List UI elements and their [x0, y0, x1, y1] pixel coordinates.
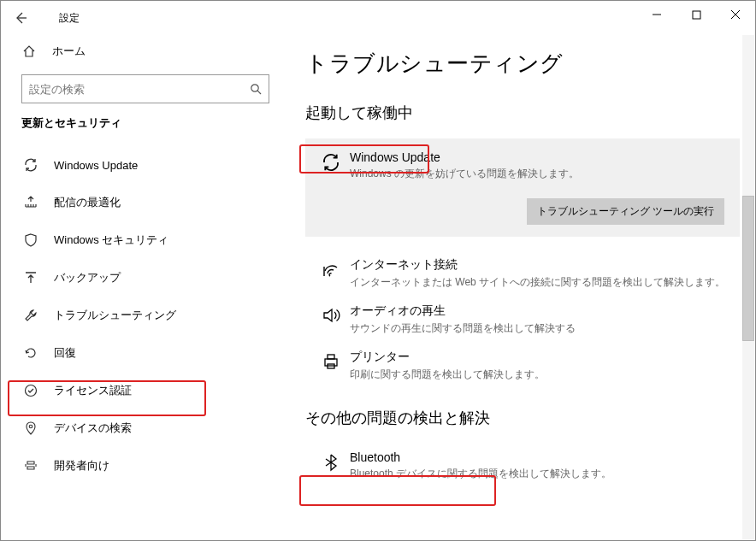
home-icon [20, 44, 38, 58]
item-desc: Bluetooth デバイスに関する問題を検出して解決します。 [350, 466, 740, 481]
sidebar-item-find-device[interactable]: デバイスの検索 [20, 409, 266, 447]
speaker-icon [312, 303, 350, 336]
nav-label: 開発者向け [54, 458, 109, 473]
maximize-button[interactable] [676, 1, 716, 28]
item-title: インターネット接続 [350, 257, 740, 273]
svg-point-2 [26, 385, 37, 397]
window-title: 設定 [59, 11, 80, 26]
section-title-running: 起動して稼働中 [305, 103, 413, 123]
delivery-icon [21, 195, 40, 210]
search-icon [250, 83, 262, 95]
nav-label: 配信の最適化 [54, 195, 121, 210]
nav-label: 回復 [54, 345, 76, 361]
printer-icon [312, 350, 350, 382]
run-troubleshooter-button[interactable]: トラブルシューティング ツールの実行 [527, 198, 724, 225]
home-label: ホーム [52, 44, 86, 59]
sidebar-item-delivery[interactable]: 配信の最適化 [20, 184, 266, 221]
item-title: Bluetooth [350, 450, 740, 464]
card-desc: Windows の更新を妨げている問題を解決します。 [350, 166, 724, 181]
svg-rect-4 [325, 359, 337, 366]
svg-point-1 [251, 85, 258, 91]
item-title: プリンター [350, 350, 740, 365]
nav-label: Windows Update [54, 159, 138, 172]
search-input[interactable] [29, 83, 250, 96]
card-title: Windows Update [350, 150, 724, 164]
nav-label: Windows セキュリティ [54, 232, 168, 248]
minimize-button[interactable] [637, 1, 676, 28]
sidebar-item-backup[interactable]: バックアップ [20, 259, 266, 297]
sidebar-group-title: 更新とセキュリティ [21, 115, 266, 131]
backup-icon [21, 270, 40, 285]
back-button[interactable] [1, 1, 40, 35]
nav-label: バックアップ [54, 270, 121, 285]
item-desc: 印刷に関する問題を検出して解決します。 [350, 367, 740, 382]
sync-icon [21, 157, 40, 173]
sidebar-item-activation[interactable]: ライセンス認証 [20, 372, 266, 409]
svg-rect-5 [328, 355, 334, 359]
activation-icon [21, 383, 40, 398]
wrench-icon [21, 308, 40, 323]
troubleshooter-item-printer[interactable]: プリンター 印刷に関する問題を検出して解決します。 [305, 343, 740, 389]
find-device-icon [21, 420, 40, 436]
svg-rect-0 [693, 11, 700, 19]
troubleshooter-item-bluetooth[interactable]: Bluetooth Bluetooth デバイスに関する問題を検出して解決します… [305, 444, 740, 488]
section-title-other: その他の問題の検出と解決 [305, 408, 490, 428]
close-button[interactable] [716, 1, 755, 28]
sidebar-item-developers[interactable]: 開発者向け [20, 447, 266, 485]
sync-icon [312, 150, 350, 181]
home-link[interactable]: ホーム [20, 35, 266, 68]
wifi-icon [312, 257, 350, 290]
item-title: オーディオの再生 [350, 303, 740, 319]
recovery-icon [21, 345, 40, 361]
bluetooth-icon [312, 450, 350, 481]
troubleshooter-item-internet[interactable]: インターネット接続 インターネットまたは Web サイトへの接続に関する問題を検… [305, 250, 740, 297]
sidebar-item-windows-update[interactable]: Windows Update [20, 146, 266, 184]
sidebar-item-troubleshoot[interactable]: トラブルシューティング [20, 297, 266, 334]
page-title: トラブルシューティング [305, 49, 738, 79]
nav-label: ライセンス認証 [54, 383, 132, 398]
search-box[interactable] [21, 74, 269, 103]
sidebar-item-recovery[interactable]: 回復 [20, 334, 266, 372]
troubleshooter-card-windows-update[interactable]: Windows Update Windows の更新を妨げている問題を解決します… [305, 138, 740, 237]
svg-point-3 [29, 425, 32, 428]
item-desc: サウンドの再生に関する問題を検出して解決する [350, 320, 740, 336]
developer-icon [21, 458, 40, 473]
troubleshooter-item-audio[interactable]: オーディオの再生 サウンドの再生に関する問題を検出して解決する [305, 297, 740, 343]
item-desc: インターネットまたは Web サイトへの接続に関する問題を検出して解決します。 [350, 274, 740, 290]
nav-label: トラブルシューティング [54, 308, 176, 323]
shield-icon [21, 232, 40, 248]
nav-label: デバイスの検索 [54, 420, 132, 436]
sidebar-item-security[interactable]: Windows セキュリティ [20, 221, 266, 259]
